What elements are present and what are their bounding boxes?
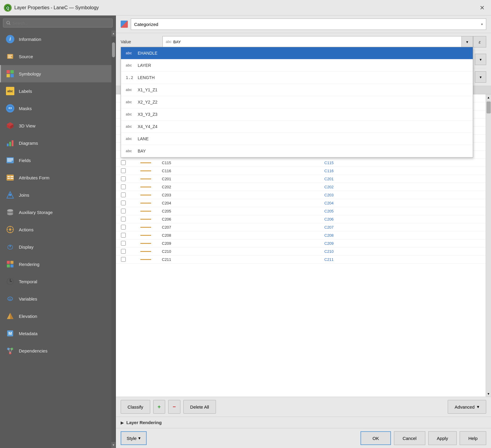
row-checkbox[interactable] xyxy=(121,233,126,238)
svg-line-4 xyxy=(9,24,10,24)
row-checkbox[interactable] xyxy=(121,184,126,189)
table-row[interactable]: C206 C206 xyxy=(116,215,486,223)
row-checkbox[interactable] xyxy=(121,209,126,213)
svg-rect-48 xyxy=(10,264,13,267)
sidebar-item-attributes-form[interactable]: Attributes Form xyxy=(0,169,111,186)
sidebar-item-metadata[interactable]: M Metadata xyxy=(0,325,111,342)
cancel-button[interactable]: Cancel xyxy=(394,431,425,445)
table-row[interactable]: C210 C210 xyxy=(116,247,486,255)
dropdown-item-ehandle[interactable]: abc EHANDLE xyxy=(121,47,473,59)
close-button[interactable]: ✕ xyxy=(477,2,487,13)
dropdown-item-length[interactable]: 1.2 LENGTH xyxy=(121,72,473,84)
svg-rect-25 xyxy=(7,160,13,160)
content-scrollbar[interactable]: ▲ ▼ xyxy=(486,94,491,397)
sidebar-item-masks[interactable]: Masks xyxy=(0,100,111,117)
value-dropdown-arrow[interactable]: ▾ xyxy=(461,36,473,47)
symbol-dropdown-arrow[interactable]: ▾ xyxy=(475,54,486,65)
bottom-action-bar: Classify + − Delete All Advanced ▾ xyxy=(116,397,491,417)
dropdown-item-x1y1z1[interactable]: abc X1_Y1_Z1 xyxy=(121,84,473,96)
dropdown-item-x4y4z4[interactable]: abc X4_Y4_Z4 xyxy=(121,121,473,133)
table-row[interactable]: C201 C201 xyxy=(116,175,486,183)
style-button[interactable]: Style ▾ xyxy=(121,431,147,445)
sidebar-item-actions[interactable]: Actions xyxy=(0,221,111,238)
sidebar-item-rendering[interactable]: Rendering xyxy=(0,255,111,273)
table-row[interactable]: C204 C204 xyxy=(116,199,486,207)
mode-dropdown[interactable]: Categorized ▾ xyxy=(131,19,486,30)
value-current: BAY xyxy=(173,40,181,44)
add-category-button[interactable]: + xyxy=(153,400,165,414)
delete-all-button[interactable]: Delete All xyxy=(183,400,216,414)
table-row[interactable]: C116 C116 xyxy=(116,167,486,175)
row-checkbox[interactable] xyxy=(121,217,126,221)
row-checkbox[interactable] xyxy=(121,168,126,173)
title-bar-left: Q Layer Properties - LaneC — Symbology xyxy=(4,4,99,12)
sidebar-item-display[interactable]: Display xyxy=(0,238,111,255)
sidebar-item-label: Elevation xyxy=(19,314,37,319)
scroll-up-button[interactable]: ▲ xyxy=(111,30,116,36)
help-button[interactable]: Help xyxy=(460,431,486,445)
categorized-mode-icon xyxy=(121,21,128,28)
table-row[interactable]: C205 C205 xyxy=(116,207,486,215)
layer-rendering-toggle[interactable]: ▶ xyxy=(121,420,124,425)
sidebar-item-label: Attributes Form xyxy=(19,175,50,180)
sidebar-item-auxiliary-storage[interactable]: Auxiliary Storage xyxy=(0,204,111,221)
dropdown-item-layer[interactable]: abc LAYER xyxy=(121,59,473,72)
row-checkbox[interactable] xyxy=(121,201,126,205)
row-checkbox[interactable] xyxy=(121,193,126,197)
value-tag: abc xyxy=(166,40,171,44)
epsilon-button[interactable]: ε xyxy=(473,36,486,47)
sidebar-item-temporal[interactable]: Temporal xyxy=(0,273,111,290)
auxiliary-storage-icon xyxy=(6,208,15,217)
row-checkbox[interactable] xyxy=(121,160,126,165)
dropdown-item-x2y2z2[interactable]: abc X2_Y2_Z2 xyxy=(121,96,473,108)
row-checkbox[interactable] xyxy=(121,249,126,254)
sidebar-item-diagrams[interactable]: Diagrams xyxy=(0,134,111,152)
classify-button[interactable]: Classify xyxy=(121,400,150,414)
scroll-down-button[interactable]: ▼ xyxy=(486,391,491,397)
dropdown-item-x3y3z3[interactable]: abc X3_Y3_Z3 xyxy=(121,108,473,121)
row-checkbox[interactable] xyxy=(121,257,126,262)
sidebar-item-source[interactable]: Source xyxy=(0,48,111,65)
table-row[interactable]: C208 C208 xyxy=(116,231,486,239)
row-checkbox[interactable] xyxy=(121,241,126,246)
help-label: Help xyxy=(468,436,478,441)
svg-point-34 xyxy=(9,194,11,196)
elevation-icon xyxy=(6,312,15,321)
colorramp-dropdown-arrow[interactable]: ▾ xyxy=(475,71,486,83)
sidebar-item-labels[interactable]: abc Labels xyxy=(0,82,111,100)
dropdown-item-bay[interactable]: abc BAY xyxy=(121,145,473,157)
value-input[interactable]: abc BAY ▾ xyxy=(162,36,473,47)
row-checkbox[interactable] xyxy=(121,176,126,181)
sidebar-item-symbology[interactable]: Symbology xyxy=(0,65,111,82)
sidebar-item-joins[interactable]: Joins xyxy=(0,186,111,204)
table-row[interactable]: C115 C115 xyxy=(116,159,486,167)
sidebar-item-3dview[interactable]: 3D View xyxy=(0,117,111,134)
form-rows: Value abc BAY ▾ ε abc EHANDLE xyxy=(116,33,491,86)
apply-button[interactable]: Apply xyxy=(428,431,457,445)
sidebar-item-variables[interactable]: ∞ Variables xyxy=(0,290,111,307)
sidebar-search-container[interactable] xyxy=(3,19,113,27)
remove-category-button[interactable]: − xyxy=(168,400,180,414)
advanced-button[interactable]: Advanced ▾ xyxy=(448,400,486,414)
metadata-icon: M xyxy=(6,329,15,338)
scroll-thumb[interactable] xyxy=(112,42,115,57)
sidebar-item-dependencies[interactable]: Dependencies xyxy=(0,342,111,359)
scroll-thumb[interactable] xyxy=(487,101,491,113)
table-row[interactable]: C203 C203 xyxy=(116,191,486,199)
table-row[interactable]: C209 C209 xyxy=(116,239,486,247)
scroll-down-button[interactable]: ▼ xyxy=(111,442,116,448)
table-row[interactable]: C207 C207 xyxy=(116,223,486,231)
diagrams-icon xyxy=(6,138,15,147)
dropdown-item-lane[interactable]: abc LANE xyxy=(121,133,473,145)
scroll-up-button[interactable]: ▲ xyxy=(486,94,491,100)
sidebar-item-information[interactable]: i Information xyxy=(0,30,111,48)
row-checkbox[interactable] xyxy=(121,225,126,230)
ok-button[interactable]: OK xyxy=(360,431,391,445)
search-input[interactable] xyxy=(13,21,109,25)
sidebar-scrollbar[interactable]: ▲ ▼ xyxy=(111,30,116,448)
table-row[interactable]: C211 C211 xyxy=(116,255,486,264)
title-bar: Q Layer Properties - LaneC — Symbology ✕ xyxy=(0,0,491,16)
sidebar-item-elevation[interactable]: Elevation xyxy=(0,307,111,325)
sidebar-item-fields[interactable]: Fields xyxy=(0,152,111,169)
table-row[interactable]: C202 C202 xyxy=(116,183,486,191)
